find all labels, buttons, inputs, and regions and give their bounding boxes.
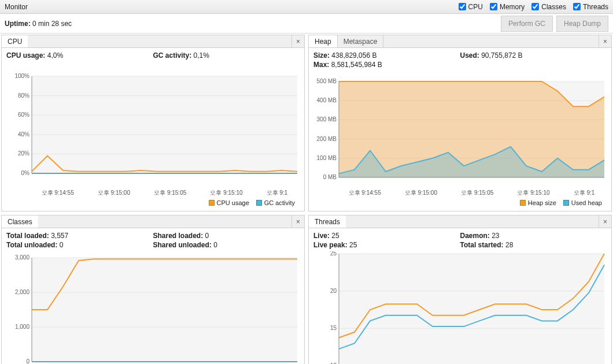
- svg-text:2,000: 2,000: [15, 289, 29, 295]
- swatch-icon: [520, 200, 526, 206]
- close-icon[interactable]: ×: [291, 216, 304, 228]
- uptime: Uptime: 0 min 28 sec: [5, 20, 72, 28]
- svg-text:25: 25: [330, 251, 337, 257]
- svg-rect-41: [339, 254, 604, 364]
- svg-text:400 MB: 400 MB: [317, 97, 337, 103]
- panel-grid: CPU × CPU usage: 4,0% GC activity: 0,1% …: [0, 34, 613, 364]
- heap-chart: 0 MB100 MB200 MB300 MB400 MB500 MB: [313, 71, 607, 188]
- svg-text:0: 0: [26, 358, 29, 364]
- check-threads[interactable]: Threads: [573, 3, 608, 11]
- svg-text:15: 15: [330, 325, 337, 331]
- svg-text:3,000: 3,000: [15, 254, 29, 261]
- swatch-icon: [209, 200, 215, 206]
- threads-panel: Threads × Live: 25 Daemon: 23 Live peak:…: [308, 215, 612, 364]
- svg-text:300 MB: 300 MB: [317, 116, 337, 122]
- threads-panel-title: Threads: [309, 216, 346, 228]
- close-icon[interactable]: ×: [599, 35, 611, 47]
- check-cpu[interactable]: CPU: [459, 3, 483, 11]
- svg-rect-0: [32, 76, 297, 173]
- svg-text:60%: 60%: [18, 112, 29, 118]
- svg-text:100 MB: 100 MB: [317, 155, 337, 161]
- swatch-icon: [563, 200, 569, 206]
- tab-heap[interactable]: Heap: [309, 35, 338, 47]
- sub-toolbar: Uptime: 0 min 28 sec Perform GC Heap Dum…: [0, 14, 613, 34]
- svg-text:80%: 80%: [18, 92, 29, 99]
- heap-panel: Heap Metaspace × Size: 438,829,056 B Use…: [308, 35, 612, 211]
- classes-panel-title: Classes: [2, 216, 38, 228]
- svg-text:1,000: 1,000: [15, 324, 29, 330]
- check-classes[interactable]: Classes: [531, 3, 566, 11]
- cpu-panel-title: CPU: [2, 35, 28, 47]
- window-title: Monitor: [5, 3, 28, 11]
- heap-dump-button[interactable]: Heap Dump: [556, 16, 608, 32]
- cpu-chart: 0%20%40%60%80%100%: [6, 62, 300, 188]
- perform-gc-button[interactable]: Perform GC: [501, 16, 553, 32]
- svg-text:100%: 100%: [14, 73, 29, 79]
- classes-chart: 01,0002,0003,000: [6, 251, 300, 364]
- check-memory[interactable]: Memory: [490, 3, 525, 11]
- svg-text:500 MB: 500 MB: [317, 78, 337, 84]
- svg-text:0 MB: 0 MB: [323, 174, 337, 180]
- svg-text:0%: 0%: [21, 170, 30, 176]
- metric-checkboxes: CPU Memory Classes Threads: [459, 3, 608, 11]
- cpu-panel: CPU × CPU usage: 4,0% GC activity: 0,1% …: [1, 35, 305, 211]
- svg-text:200 MB: 200 MB: [317, 136, 337, 142]
- close-icon[interactable]: ×: [599, 216, 611, 228]
- classes-panel: Classes × Total loaded: 3,557 Shared loa…: [1, 215, 305, 364]
- threads-chart: 10152025: [313, 251, 607, 364]
- swatch-icon: [256, 200, 262, 206]
- tab-metaspace[interactable]: Metaspace: [338, 35, 384, 47]
- svg-text:20%: 20%: [18, 150, 29, 157]
- close-icon[interactable]: ×: [291, 35, 304, 47]
- svg-text:20: 20: [330, 288, 337, 294]
- svg-text:40%: 40%: [18, 131, 29, 138]
- top-toolbar: Monitor CPU Memory Classes Threads: [0, 0, 613, 14]
